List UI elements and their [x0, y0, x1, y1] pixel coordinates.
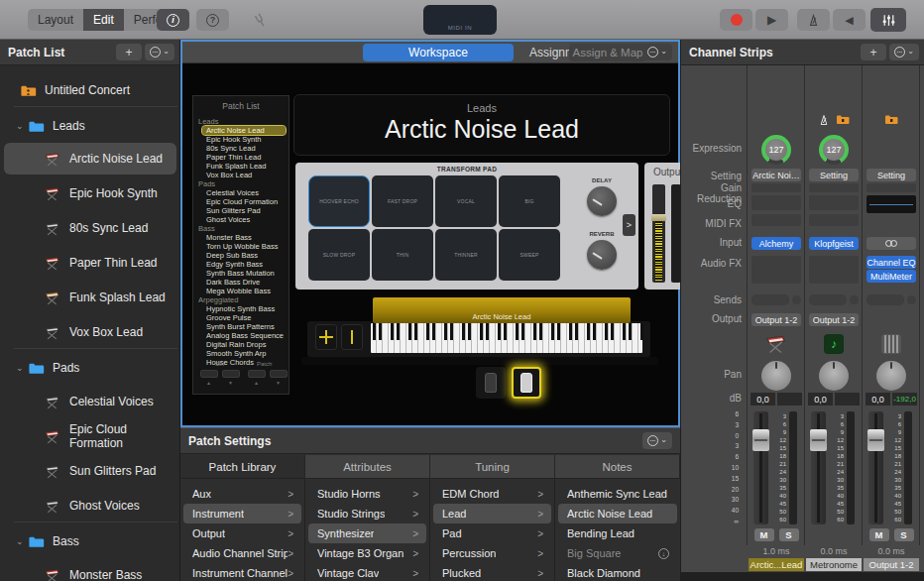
sends-slot[interactable] — [751, 294, 789, 305]
onscreen-patch-item[interactable]: Sun Glitters Pad — [193, 206, 289, 215]
library-row-downloadable[interactable]: Big Square ↓ — [558, 543, 677, 563]
onscreen-patch-item[interactable]: Synth Burst Patterns — [193, 322, 289, 331]
input-plugin-button[interactable]: Klopfgeist — [809, 237, 859, 250]
patch-up-button[interactable] — [270, 370, 288, 378]
channel-strips-action-menu-button[interactable]: ••• ⌄ — [889, 44, 919, 60]
onscreen-patch-item[interactable]: Vox Box Lead — [193, 171, 289, 179]
sidebar-item-patch[interactable]: Sun Glitters Pad — [0, 454, 180, 488]
keyboard-keys[interactable] — [371, 323, 642, 353]
library-row[interactable]: Studio Horns> — [308, 484, 426, 504]
pan-knob[interactable] — [819, 361, 849, 391]
onscreen-patch-item[interactable]: Ghost Voices — [193, 215, 289, 224]
mute-button[interactable]: M — [754, 528, 774, 541]
audio-fx-slot[interactable] — [751, 256, 801, 284]
library-row[interactable]: Instrument> — [183, 504, 301, 523]
onscreen-patch-item[interactable]: Epic Hook Synth — [193, 135, 289, 144]
sidebar-folder-bass[interactable]: ⌄ Bass — [0, 524, 180, 558]
onscreen-patch-item[interactable]: Edgy Synth Bass — [193, 260, 289, 269]
db-value[interactable]: 0,0 — [751, 393, 775, 406]
onscreen-patch-item[interactable]: Arctic Noise Lead — [202, 126, 286, 135]
transform-pad-button[interactable]: SWEEP — [499, 229, 560, 281]
library-row[interactable]: Vintage Clav> — [308, 563, 426, 581]
audio-fx-slot[interactable] — [809, 256, 859, 284]
onscreen-patch-item[interactable]: Funk Splash Lead — [193, 162, 289, 171]
strip-name[interactable]: Output 1-2 — [864, 558, 919, 571]
onscreen-patch-item[interactable]: Epic Cloud Formation — [193, 197, 289, 206]
tuner-button[interactable] — [244, 9, 277, 31]
set-down-button[interactable] — [200, 370, 218, 378]
onscreen-patch-item[interactable]: Groove Pulse — [193, 313, 289, 322]
info-button[interactable]: i — [157, 9, 189, 31]
sidebar-item-patch[interactable]: Ghost Voices — [0, 489, 180, 523]
eq-thumbnail[interactable] — [866, 195, 916, 213]
send-knob[interactable] — [792, 295, 801, 304]
pan-knob[interactable] — [761, 361, 791, 391]
sidebar-item-patch[interactable]: Monster Bass — [0, 558, 180, 581]
library-row[interactable]: Percussion> — [433, 543, 551, 563]
transform-pad-button[interactable]: HOOVER ECHO — [308, 175, 370, 227]
chevron-down-icon[interactable]: ⌄ — [16, 121, 28, 131]
transform-pad-button[interactable]: THINNER — [435, 229, 497, 281]
library-row[interactable]: Vintage B3 Organ> — [308, 543, 426, 563]
library-row[interactable]: Instrument Channel…> — [183, 563, 301, 581]
library-row[interactable]: Bending Lead — [558, 523, 677, 543]
sidebar-item-concert[interactable]: Untitled Concert — [0, 73, 180, 107]
expression-knob[interactable]: 127 — [761, 135, 791, 165]
help-button[interactable]: ? — [196, 9, 229, 31]
library-row[interactable]: Pad> — [433, 523, 551, 543]
reverb-knob[interactable] — [587, 240, 617, 270]
db-value[interactable]: 0,0 — [808, 393, 833, 406]
input-format-button[interactable] — [866, 237, 916, 250]
library-row[interactable]: Aux> — [183, 484, 301, 504]
onscreen-patch-list[interactable]: Patch List Leads Arctic Noise Lead Epic … — [192, 95, 289, 395]
onscreen-patch-item[interactable]: Monster Bass — [193, 233, 289, 242]
patch-settings-action-menu-button[interactable]: ••• ⌄ — [642, 432, 672, 449]
onscreen-patch-item[interactable]: Analog Bass Sequence — [193, 331, 289, 340]
onscreen-patch-item[interactable]: Hypnotic Synth Bass — [193, 304, 289, 313]
patch-list-action-menu-button[interactable]: ••• ⌄ — [145, 44, 174, 60]
solo-button[interactable]: S — [779, 528, 799, 541]
midi-fx-slot[interactable] — [809, 214, 859, 226]
tab-workspace[interactable]: Workspace — [363, 44, 514, 61]
setting-button[interactable]: Arctic Noi… — [751, 169, 801, 181]
onscreen-patch-item[interactable]: Smooth Synth Arp — [193, 349, 289, 358]
metronome-button[interactable] — [797, 9, 830, 31]
play-button[interactable]: ▶ — [755, 9, 788, 31]
send-knob[interactable] — [850, 295, 859, 304]
strip-name[interactable]: Arctic...Lead — [749, 558, 804, 571]
sustain-pedal-active[interactable] — [512, 367, 541, 399]
library-row[interactable]: Audio Channel Strips> — [183, 543, 301, 563]
tab-notes[interactable]: Notes — [555, 455, 680, 479]
tab-patch-library[interactable]: Patch Library — [180, 455, 305, 479]
sidebar-item-patch[interactable]: Paper Thin Lead — [0, 246, 180, 280]
sidebar-item-patch[interactable]: Funk Splash Lead — [0, 281, 180, 314]
patch-down-button[interactable] — [248, 370, 266, 378]
pan-knob[interactable] — [876, 361, 906, 391]
send-knob[interactable] — [907, 295, 916, 304]
add-patch-button[interactable]: + — [116, 44, 142, 60]
keyboard-layer-strip[interactable]: Arctic Noise Lead — [373, 297, 631, 323]
output-fader[interactable] — [652, 184, 665, 283]
expression-pedal[interactable] — [476, 367, 506, 399]
onscreen-patch-item[interactable]: Paper Thin Lead — [193, 153, 289, 162]
chevron-down-icon[interactable]: ⌄ — [16, 536, 28, 546]
library-row[interactable]: Anthemic Sync Lead — [558, 484, 677, 504]
transform-pad-button[interactable]: VOCAL — [435, 175, 497, 227]
workspace-action-menu-button[interactable]: ••• ⌄ — [642, 44, 672, 60]
library-row[interactable]: Black Diamond — [558, 563, 677, 581]
add-channel-strip-button[interactable]: + — [861, 44, 886, 60]
volume-fader[interactable] — [811, 411, 826, 524]
eq-slot[interactable] — [751, 195, 801, 210]
onscreen-patch-item[interactable]: Deep Sub Bass — [193, 251, 289, 260]
volume-fader[interactable] — [868, 411, 883, 524]
midi-fx-slot[interactable] — [751, 214, 801, 226]
tab-attributes[interactable]: Attributes — [305, 455, 430, 479]
transform-pad-button[interactable]: SLOW DROP — [308, 229, 370, 281]
input-plugin-button[interactable]: Alchemy — [751, 237, 801, 250]
output-button[interactable]: Output 1-2 — [751, 313, 801, 326]
expression-knob[interactable]: 127 — [819, 135, 849, 165]
mute-button[interactable]: M — [869, 528, 889, 541]
sidebar-item-patch[interactable]: Arctic Noise Lead — [0, 142, 180, 175]
strip-name[interactable]: Metronome — [806, 558, 862, 571]
sidebar-item-patch[interactable]: Epic Cloud Formation — [0, 419, 180, 453]
